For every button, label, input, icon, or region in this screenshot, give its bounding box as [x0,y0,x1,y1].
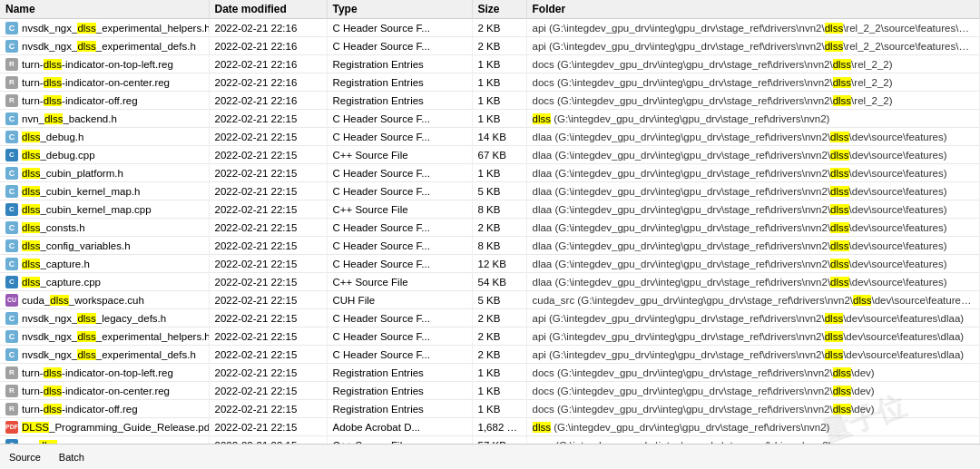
column-header-date[interactable]: Date modified [209,0,327,19]
c-header-icon: C [5,258,18,270]
file-folder: dlaa (G:\integdev_gpu_drv\integ\gpu_drv\… [526,237,980,255]
file-name: turn-dlss-indicator-off.reg [22,404,138,415]
file-name: nvsdk_ngx_dlss_experimental_defs.h [22,349,196,360]
file-date: 2022-02-21 22:15 [209,346,327,364]
file-name-cell: Cdlss_capture.h [0,255,209,273]
c-header-icon: C [5,131,18,143]
table-row[interactable]: Cdlss_cubin_platform.h2022-02-21 22:15C … [0,164,980,182]
table-row[interactable]: Cnvsdk_ngx_dlss_experimental_defs.h2022-… [0,37,980,55]
file-size: 1 KB [472,382,526,400]
file-type: C Header Source F... [327,219,472,237]
file-date: 2022-02-21 22:15 [209,382,327,400]
reg-icon: R [5,58,18,71]
table-row[interactable]: Cdlss_cubin_kernel_map.h2022-02-21 22:15… [0,182,980,200]
table-row[interactable]: Cdlss_capture.h2022-02-21 22:15C Header … [0,255,980,273]
file-name-cell: Rturn-dlss-indicator-off.reg [0,92,209,110]
table-row[interactable]: Cnvsdk_ngx_dlss_experimental_helpers.h20… [0,19,980,37]
table-row[interactable]: Rturn-dlss-indicator-on-center.reg2022-0… [0,73,980,92]
table-row[interactable]: Cnvndlss.cpp2022-02-21 22:15C++ Source F… [0,436,980,445]
file-date: 2022-02-21 22:16 [209,73,327,92]
column-header-folder[interactable]: Folder [526,0,980,19]
file-date: 2022-02-21 22:16 [209,92,327,110]
table-row[interactable]: Cnvsdk_ngx_dlss_legacy_defs.h2022-02-21 … [0,309,980,327]
file-date: 2022-02-21 22:15 [209,146,327,164]
file-type: C++ Source File [327,273,472,291]
file-name-cell: Cnvsdk_ngx_dlss_experimental_defs.h [0,37,209,55]
file-name: nvsdk_ngx_dlss_experimental_defs.h [22,41,196,52]
table-row[interactable]: Rturn-dlss-indicator-on-top-left.reg2022… [0,364,980,382]
file-name: nvsdk_ngx_dlss_legacy_defs.h [22,313,166,324]
table-row[interactable]: Rturn-dlss-indicator-on-top-left.reg2022… [0,55,980,73]
file-type: C Header Source F... [327,37,472,55]
file-name-cell: Rturn-dlss-indicator-off.reg [0,400,209,418]
file-type: C Header Source F... [327,327,472,346]
file-size: 1 KB [472,400,526,418]
file-name: dlss_debug.h [22,132,83,142]
source-label: Source [9,452,41,463]
file-type: C Header Source F... [327,182,472,200]
c-header-icon: C [5,330,18,343]
file-name: dlss_consts.h [22,222,85,233]
file-name-cell: Cnvn_dlss_backend.h [0,110,209,128]
table-row[interactable]: Rturn-dlss-indicator-off.reg2022-02-21 2… [0,92,980,110]
reg-icon: R [5,366,18,379]
column-header-type[interactable]: Type [327,0,472,19]
file-name: turn-dlss-indicator-off.reg [22,95,138,106]
table-row[interactable]: CUcuda_dlss_workspace.cuh2022-02-21 22:1… [0,291,980,309]
pdf-icon: PDF [5,421,18,434]
file-name-cell: Rturn-dlss-indicator-on-top-left.reg [0,364,209,382]
file-size: 2 KB [472,346,526,364]
file-type: C Header Source F... [327,19,472,37]
file-type: CUH File [327,291,472,309]
table-row[interactable]: Cnvsdk_ngx_dlss_experimental_defs.h2022-… [0,346,980,364]
table-row[interactable]: Rturn-dlss-indicator-on-center.reg2022-0… [0,382,980,400]
table-row[interactable]: Cdlss_capture.cpp2022-02-21 22:15C++ Sou… [0,273,980,291]
file-type: C Header Source F... [327,309,472,327]
file-name-cell: Cnvsdk_ngx_dlss_experimental_defs.h [0,346,209,364]
table-row[interactable]: Rturn-dlss-indicator-off.reg2022-02-21 2… [0,400,980,418]
file-name: turn-dlss-indicator-on-top-left.reg [22,59,173,70]
file-name-cell: Cdlss_cubin_kernel_map.cpp [0,200,209,219]
file-size: 1 KB [472,55,526,73]
c-header-icon: C [5,312,18,325]
reg-icon: R [5,403,18,415]
c-header-icon: C [5,22,18,34]
column-header-name[interactable]: Name [0,0,209,19]
file-name: dlss_cubin_kernel_map.cpp [22,204,152,215]
file-folder: docs (G:\integdev_gpu_drv\integ\gpu_drv\… [526,73,980,92]
file-name-cell: Cdlss_config_variables.h [0,237,209,255]
file-date: 2022-02-21 22:15 [209,219,327,237]
file-name-cell: Cdlss_debug.cpp [0,146,209,164]
table-row[interactable]: Cnvn_dlss_backend.h2022-02-21 22:15C Hea… [0,110,980,128]
table-row[interactable]: Cdlss_config_variables.h2022-02-21 22:15… [0,237,980,255]
file-date: 2022-02-21 22:15 [209,418,327,436]
file-type: Registration Entries [327,400,472,418]
file-size: 54 KB [472,273,526,291]
table-row[interactable]: Cdlss_consts.h2022-02-21 22:15C Header S… [0,219,980,237]
file-size: 8 KB [472,237,526,255]
file-date: 2022-02-21 22:15 [209,110,327,128]
column-header-size[interactable]: Size [472,0,526,19]
table-row[interactable]: Cdlss_debug.cpp2022-02-21 22:15C++ Sourc… [0,146,980,164]
file-name: nvsdk_ngx_dlss_experimental_helpers.h [22,23,209,34]
file-name-cell: Cdlss_consts.h [0,219,209,237]
cpp-icon: C [5,149,18,161]
file-folder: dlaa (G:\integdev_gpu_drv\integ\gpu_drv\… [526,219,980,237]
table-row[interactable]: Cdlss_cubin_kernel_map.cpp2022-02-21 22:… [0,200,980,219]
file-date: 2022-02-21 22:16 [209,37,327,55]
table-row[interactable]: Cnvsdk_ngx_dlss_experimental_helpers.h20… [0,327,980,346]
file-date: 2022-02-21 22:15 [209,327,327,346]
file-list-container[interactable]: Name Date modified Type Size Folder Cnvs… [0,0,980,444]
file-size: 5 KB [472,291,526,309]
table-row[interactable]: Cdlss_debug.h2022-02-21 22:15C Header So… [0,128,980,146]
file-folder: api (G:\integdev_gpu_drv\integ\gpu_drv\s… [526,19,980,37]
file-name: cuda_dlss_workspace.cuh [22,295,144,306]
file-table-body: Cnvsdk_ngx_dlss_experimental_helpers.h20… [0,19,980,445]
table-row[interactable]: PDFDLSS_Programming_Guide_Release.pdf202… [0,418,980,436]
c-header-icon: C [5,348,18,361]
cpp-icon: C [5,276,18,288]
file-size: 1 KB [472,364,526,382]
file-folder: dlss (G:\integdev_gpu_drv\integ\gpu_drv\… [526,418,980,436]
file-name: dlss_capture.cpp [22,277,101,288]
file-folder: docs (G:\integdev_gpu_drv\integ\gpu_drv\… [526,364,980,382]
